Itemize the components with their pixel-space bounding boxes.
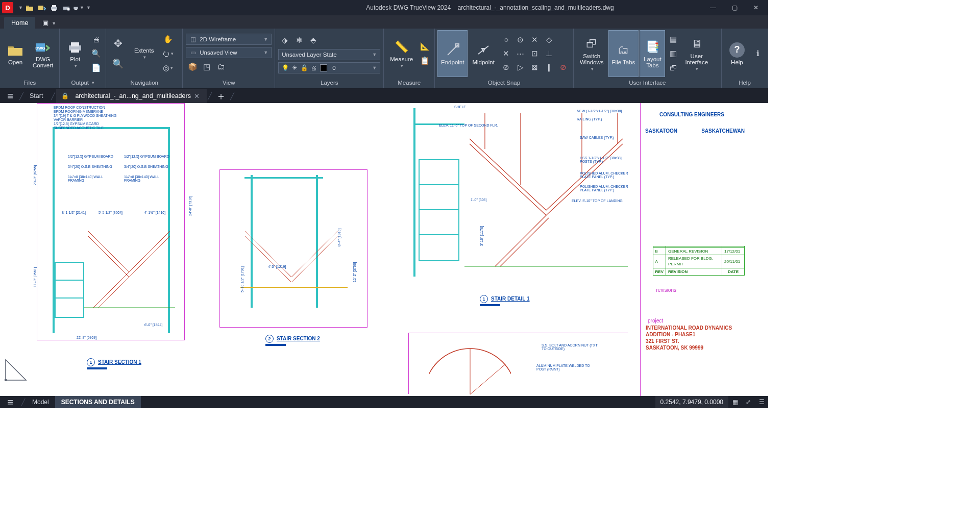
panel-layers: ⬗ ❄ ⬘ Unsaved Layer State ▼ 💡 ☀ 🔓 🖨 bbox=[275, 29, 384, 88]
osnap-none-icon[interactable]: ⊘ bbox=[557, 61, 570, 74]
osnap-node-icon[interactable]: ✕ bbox=[528, 33, 542, 46]
plot-preview-icon[interactable]: 🔍 bbox=[89, 47, 103, 60]
status-customize-icon[interactable]: ☰ bbox=[755, 396, 768, 408]
osnap-tangent-icon[interactable]: ⊘ bbox=[500, 61, 513, 74]
help-button[interactable]: ? Help bbox=[725, 31, 749, 77]
status-scale-icon[interactable]: ⤢ bbox=[742, 396, 755, 408]
pan-hand-icon[interactable]: ✋ bbox=[161, 33, 175, 46]
osnap-insertion-icon[interactable]: ⊡ bbox=[528, 47, 542, 60]
cascade-icon[interactable]: 🗗 bbox=[667, 61, 680, 74]
named-view-dropdown[interactable]: ▭ Unsaved View ▼ bbox=[186, 47, 272, 58]
osnap-midpoint-button[interactable]: Midpoint bbox=[469, 31, 497, 77]
document-name-label: architectural_-_annotation_scaling_and_m… bbox=[458, 4, 614, 11]
layer-plot-icon: 🖨 bbox=[311, 65, 317, 71]
layer-off-icon[interactable]: ⬗ bbox=[278, 34, 291, 47]
tab-start[interactable]: Start bbox=[24, 89, 50, 103]
layer-state-dropdown[interactable]: Unsaved Layer State ▼ bbox=[278, 49, 380, 60]
viewport-stair-section-1: EPDM ROOF CONSTRUCTIONEPDM ROOFING MEMBR… bbox=[37, 103, 185, 340]
measure-button-label: Measure bbox=[390, 56, 413, 62]
osnap-intersection-icon[interactable]: ✕ bbox=[500, 47, 513, 60]
batch-plot-icon[interactable]: ▼ bbox=[73, 2, 84, 13]
tab-document-label: architectural_-_an...ng_and_multileaders bbox=[75, 92, 191, 100]
ui-settings-icon: 🖥 bbox=[689, 36, 705, 52]
tab-output-dropdown[interactable]: ▣▼ bbox=[35, 16, 63, 29]
file-tabs-menu-icon[interactable]: ≡ bbox=[2, 89, 18, 103]
export-icon[interactable]: 📄 bbox=[89, 61, 103, 74]
dim-s1-overall-w: 22'-8" [6909] bbox=[77, 336, 96, 339]
dwg-convert-icon[interactable] bbox=[36, 2, 47, 13]
view-front-icon[interactable]: ◳ bbox=[200, 60, 213, 73]
nav-arrows-icon[interactable]: ✥ bbox=[109, 35, 127, 52]
zoom-realtime-icon[interactable]: 🔍 bbox=[109, 55, 127, 72]
layout-tab-model[interactable]: Model bbox=[26, 396, 55, 408]
roof-notes: EPDM ROOF CONSTRUCTIONEPDM ROOFING MEMBR… bbox=[54, 106, 116, 130]
layer-state-value: Unsaved Layer State bbox=[282, 52, 369, 58]
osnap-nearest-icon[interactable]: ▷ bbox=[514, 61, 527, 74]
view-cube-icon[interactable]: 📦 bbox=[186, 60, 199, 73]
visual-style-dropdown[interactable]: ◫ 2D Wireframe ▼ bbox=[186, 34, 272, 45]
minimize-button[interactable]: — bbox=[703, 1, 723, 15]
osnap-perpendicular-icon[interactable]: ⊥ bbox=[543, 47, 556, 60]
readonly-lock-icon: 🔒 bbox=[61, 92, 69, 100]
svg-rect-0 bbox=[38, 6, 43, 10]
titleblock-rev-label: revisions bbox=[656, 287, 676, 293]
layout-tabs-bar: ≡ ╱ Model SECTIONS AND DETAILS 0.2542, 7… bbox=[0, 396, 768, 408]
steering-wheel-icon[interactable]: ◎▾ bbox=[161, 61, 175, 74]
plot-preview-icon[interactable] bbox=[61, 2, 72, 13]
dwg-convert-button[interactable]: DWG DWG Convert bbox=[30, 31, 56, 77]
maximize-button[interactable]: ▢ bbox=[724, 1, 745, 15]
svg-rect-7 bbox=[75, 9, 78, 10]
open-folder-icon bbox=[7, 42, 23, 58]
osnap-extension-icon[interactable]: ⋯ bbox=[514, 47, 527, 60]
layout-tab-sections[interactable]: SECTIONS AND DETAILS bbox=[55, 396, 141, 408]
close-button[interactable]: ✕ bbox=[746, 1, 766, 15]
tile-vertical-icon[interactable]: ▥ bbox=[667, 47, 680, 60]
svg-point-5 bbox=[67, 8, 70, 11]
file-tabs-toggle[interactable]: 🗂 File Tabs bbox=[609, 31, 639, 77]
measure-button[interactable]: 📏 Measure▾ bbox=[387, 31, 416, 77]
app-menu-caret-icon[interactable]: ▼ bbox=[18, 5, 23, 10]
zoom-extents-button[interactable]: Extents▾ bbox=[129, 31, 159, 77]
user-interface-button[interactable]: 🖥 User Interface▾ bbox=[682, 31, 711, 77]
layout-tabs-menu-icon[interactable]: ≡ bbox=[0, 396, 20, 408]
current-layer-dropdown[interactable]: 💡 ☀ 🔓 🖨 0 ▼ bbox=[278, 62, 380, 73]
osnap-quadrant-icon[interactable]: ◇ bbox=[543, 33, 556, 46]
switch-windows-button[interactable]: 🗗 Switch Windows▾ bbox=[577, 31, 607, 77]
batch-plot-icon[interactable]: 🖨 bbox=[89, 33, 103, 46]
list-properties-icon[interactable]: 📋 bbox=[418, 54, 431, 67]
endpoint-icon bbox=[445, 42, 461, 58]
open-button[interactable]: Open bbox=[3, 31, 28, 77]
layer-freeze-icon[interactable]: ❄ bbox=[292, 34, 306, 47]
tab-close-icon[interactable]: ✕ bbox=[194, 92, 200, 100]
osnap-center-icon[interactable]: ○ bbox=[500, 33, 513, 46]
plot-button[interactable]: Plot▾ bbox=[63, 31, 87, 77]
about-icon[interactable]: ℹ bbox=[751, 47, 765, 60]
osnap-parallel-icon[interactable]: ∥ bbox=[543, 61, 556, 74]
file-tabs-bar: ≡ ╱ Start ╱ 🔒 architectural_-_an...ng_an… bbox=[0, 89, 768, 103]
status-paper-icon[interactable]: ▦ bbox=[728, 396, 742, 408]
zoom-extents-label: Extents bbox=[134, 47, 154, 54]
tab-document[interactable]: 🔒 architectural_-_an...ng_and_multileade… bbox=[56, 89, 207, 103]
osnap-endpoint-button[interactable]: Endpoint bbox=[438, 31, 467, 77]
new-tab-plus-icon[interactable]: ＋ bbox=[213, 89, 229, 103]
user-interface-label: User Interface bbox=[685, 53, 708, 65]
orbit-icon[interactable]: ⭮▾ bbox=[161, 47, 175, 60]
plot-icon[interactable] bbox=[48, 2, 60, 13]
tile-horizontal-icon[interactable]: ▤ bbox=[667, 33, 680, 46]
view-manager-icon[interactable]: 🗂 bbox=[214, 60, 228, 73]
layer-isolate-icon[interactable]: ⬘ bbox=[307, 34, 320, 47]
svg-rect-2 bbox=[52, 5, 56, 7]
open-folder-icon[interactable] bbox=[24, 2, 35, 13]
svg-line-26 bbox=[470, 364, 506, 394]
section2-tag: 2STAIR SECTION 2 bbox=[265, 335, 320, 346]
panel-output-title: Output▾ bbox=[60, 78, 106, 88]
osnap-geometric-center-icon[interactable]: ⊙ bbox=[514, 33, 527, 46]
drawing-area[interactable]: — ❐ ✕ 🏠 ◎ ✋ 🔍 ⭮ ▦ CONSULTING ENGINEERS S… bbox=[0, 103, 768, 396]
qat-customize-caret-icon[interactable]: ▼ bbox=[86, 5, 91, 10]
osnap-apparent-icon[interactable]: ⊠ bbox=[528, 61, 542, 74]
layout-tabs-toggle[interactable]: 📑 Layout Tabs bbox=[640, 31, 665, 77]
app-icon[interactable]: D bbox=[2, 2, 13, 13]
tab-home[interactable]: Home bbox=[4, 17, 35, 29]
measure-geom-icon[interactable]: 📐 bbox=[418, 40, 431, 53]
midpoint-icon bbox=[475, 42, 492, 58]
